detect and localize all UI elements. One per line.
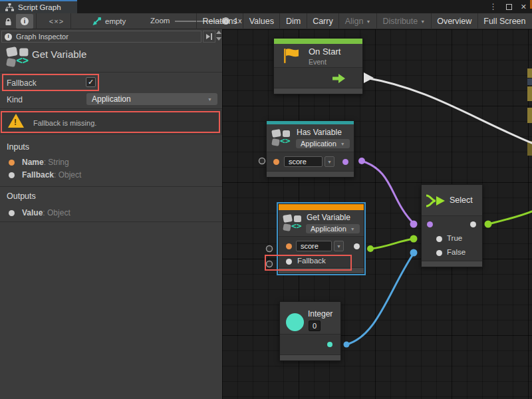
clipped-node-fragment: [527, 141, 532, 156]
event-color-bar: [274, 39, 362, 44]
carry-button[interactable]: Carry: [307, 13, 339, 29]
maximize-icon[interactable]: [506, 4, 512, 10]
toolbar-actions: Relations Values Dim Carry Align ▼ Distr…: [196, 13, 531, 29]
title-bar: Script Graph ⋮ ✕: [0, 0, 532, 13]
node-title: On Start: [309, 47, 340, 57]
chevron-down-icon: ▼: [420, 19, 425, 24]
scroll-down-icon[interactable]: [216, 37, 221, 41]
chevron-down-icon: ▼: [327, 160, 332, 164]
fallback-highlight-annotation: [2, 74, 99, 91]
scroll-up-icon[interactable]: [216, 31, 221, 34]
info-icon: i: [21, 17, 29, 25]
code-icon: <×>: [49, 17, 64, 25]
input-port-dot: [9, 160, 15, 166]
node-subtitle: Event: [309, 58, 327, 66]
kebab-menu-icon[interactable]: ⋮: [489, 3, 497, 11]
clipped-node-fragment: [527, 78, 532, 85]
inputs-title: Inputs: [7, 142, 29, 152]
name-input-port[interactable]: [286, 243, 292, 249]
relations-button[interactable]: Relations: [196, 13, 243, 29]
warning-highlight-annotation: [1, 111, 220, 133]
lock-button[interactable]: [2, 14, 14, 29]
distribute-button[interactable]: Distribute ▼: [376, 13, 431, 29]
node-title: Integer: [308, 309, 332, 319]
input-port-dot: [9, 172, 15, 178]
selection-indicator: empty: [92, 14, 126, 29]
values-button[interactable]: Values: [243, 13, 279, 29]
flag-icon: [283, 48, 300, 64]
false-input-port[interactable]: [436, 250, 442, 256]
script-graph-window: Script Graph ⋮ ✕ i <×> empty Zoom 1x: [0, 0, 532, 399]
variable-name-dropdown[interactable]: ▼: [325, 156, 334, 167]
integer-output-port[interactable]: [327, 342, 332, 347]
true-port-label: True: [447, 234, 462, 242]
variable-icon: <>: [283, 214, 303, 233]
name-input-port[interactable]: [273, 159, 279, 165]
input-fallback-row: Fallback: Object: [22, 170, 81, 180]
node-select[interactable]: Select True False: [421, 184, 483, 267]
variable-icon: <>: [7, 47, 31, 69]
output-value-row: Value: Object: [22, 208, 70, 217]
code-view-button[interactable]: <×>: [44, 14, 69, 29]
value-output-port[interactable]: [354, 243, 360, 249]
fallback-port-highlight-annotation: [265, 255, 352, 271]
condition-input-port[interactable]: [427, 221, 433, 227]
tab-script-graph[interactable]: Script Graph: [0, 0, 77, 13]
input-name-row: Name: String: [22, 158, 69, 167]
integer-icon: [286, 313, 304, 331]
clipped-node-fragment: [527, 108, 532, 123]
bool-output-port[interactable]: [342, 159, 348, 165]
kind-label: Kind: [7, 95, 23, 104]
chevron-down-icon: ▼: [350, 227, 355, 231]
graph-inspector-panel: i Graph Inspector <> Get Variable Fallba…: [0, 29, 222, 399]
true-input-port[interactable]: [436, 236, 442, 242]
kind-dropdown[interactable]: Application ▼: [86, 93, 217, 105]
variable-name-dropdown[interactable]: ▼: [334, 241, 344, 251]
kind-dropdown[interactable]: Application ▼: [296, 139, 350, 148]
overview-button[interactable]: Overview: [431, 13, 477, 29]
node-title: Get Variable: [307, 213, 350, 222]
selection-label: empty: [105, 17, 126, 25]
outputs-title: Outputs: [7, 192, 36, 201]
selection-output-port[interactable]: [470, 221, 476, 227]
false-port-label: False: [447, 248, 466, 256]
graph-canvas[interactable]: [222, 29, 532, 399]
unit-title: Get Variable: [32, 49, 86, 60]
control-output-port-icon[interactable]: [332, 74, 346, 83]
node-has-variable[interactable]: <> Has Variable Application ▼ score ▼: [266, 120, 354, 178]
dock-button[interactable]: [203, 31, 215, 43]
variable-name-field[interactable]: score: [296, 241, 332, 251]
info-button[interactable]: i: [16, 14, 33, 29]
select-merge-icon: [426, 193, 446, 209]
node-title: Select: [450, 196, 473, 205]
chevron-down-icon: ▼: [366, 19, 371, 24]
dim-button[interactable]: Dim: [279, 13, 306, 29]
info-icon: i: [5, 33, 12, 41]
output-port-dot: [9, 210, 15, 216]
inspector-title: Graph Inspector: [16, 33, 68, 41]
clipped-node-fragment: [527, 68, 532, 78]
chevron-down-icon: ▼: [207, 97, 212, 102]
kind-value: Application: [92, 94, 131, 104]
fullscreen-button[interactable]: Full Screen: [477, 13, 531, 29]
panel-scroll-arrows: [216, 31, 221, 41]
dock-icon: [206, 34, 210, 39]
chevron-down-icon: ▼: [340, 142, 345, 146]
graph-icon: [5, 3, 14, 11]
integer-value-field[interactable]: 0: [309, 321, 321, 331]
node-integer[interactable]: Integer 0: [279, 301, 341, 361]
inspector-header: i Graph Inspector: [1, 31, 201, 43]
close-icon[interactable]: ✕: [521, 3, 527, 11]
toolbar-separator: [70, 13, 71, 29]
align-button[interactable]: Align ▼: [338, 13, 376, 29]
kind-dropdown[interactable]: Application ▼: [306, 224, 360, 233]
unit-arrow-icon: [92, 17, 101, 26]
variable-name-field[interactable]: score: [284, 156, 323, 167]
variable-icon: <>: [272, 129, 292, 148]
chevron-down-icon: ▼: [336, 244, 341, 249]
node-title: Has Variable: [297, 128, 342, 137]
tab-title: Script Graph: [18, 3, 61, 11]
node-on-start[interactable]: On Start Event: [273, 38, 363, 94]
toolbar-separator: [36, 13, 37, 29]
window-controls: ⋮ ✕: [489, 0, 527, 13]
